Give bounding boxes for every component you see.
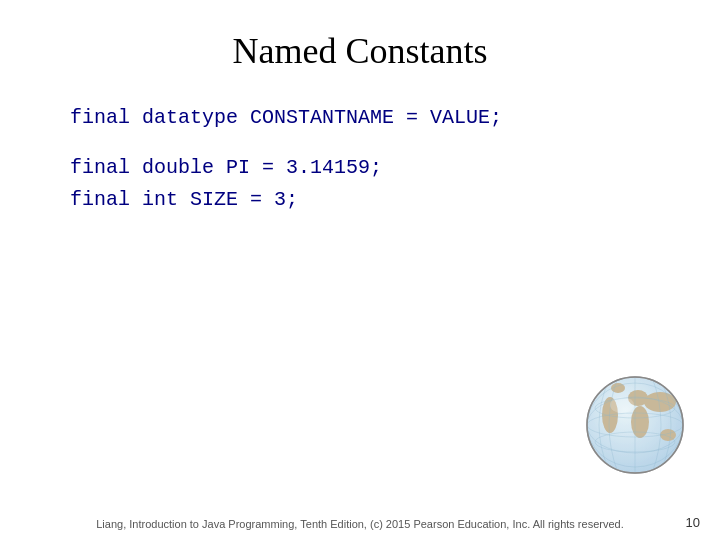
code-line-size: final int SIZE = 3; xyxy=(70,184,670,216)
code-line-pi: final double PI = 3.14159; xyxy=(70,152,670,184)
slide-title: Named Constants xyxy=(50,30,670,72)
globe-icon xyxy=(580,370,690,480)
code-block-syntax: final datatype CONSTANTNAME = VALUE; xyxy=(70,102,670,134)
content-area: final datatype CONSTANTNAME = VALUE; fin… xyxy=(50,102,670,216)
code-line-syntax: final datatype CONSTANTNAME = VALUE; xyxy=(70,102,670,134)
svg-point-3 xyxy=(631,406,649,438)
slide: Named Constants final datatype CONSTANTN… xyxy=(0,0,720,540)
footer-text: Liang, Introduction to Java Programming,… xyxy=(60,518,660,530)
page-number: 10 xyxy=(686,515,700,530)
code-block-examples: final double PI = 3.14159; final int SIZ… xyxy=(70,152,670,216)
globe-decoration xyxy=(580,370,690,480)
svg-point-15 xyxy=(610,397,634,413)
